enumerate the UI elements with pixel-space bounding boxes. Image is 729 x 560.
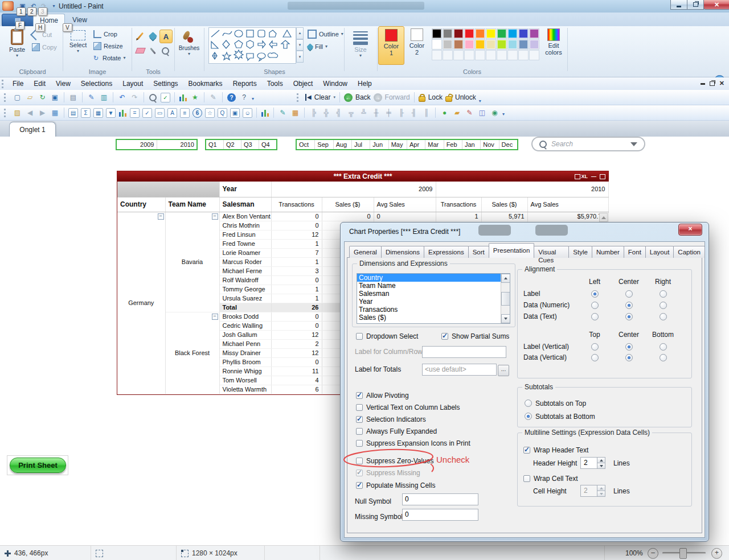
salesman-cell[interactable]: Violetta Warmth <box>219 385 271 394</box>
palette-swatch[interactable] <box>432 28 442 39</box>
value-cell[interactable]: 6 <box>271 385 322 394</box>
salesman-cell[interactable]: Phyllis Broom <box>219 358 271 367</box>
zoom-slider-thumb[interactable] <box>679 548 687 559</box>
palette-swatch[interactable] <box>464 28 474 39</box>
menu-file[interactable]: File <box>7 80 28 88</box>
export-icon[interactable]: ▥ <box>99 93 109 102</box>
palette-swatch-empty[interactable] <box>464 50 474 60</box>
year-dimension-header[interactable]: Year <box>219 182 271 197</box>
search-icon[interactable] <box>148 93 158 102</box>
palette-swatch-empty[interactable] <box>518 50 529 60</box>
zoom-out-button[interactable]: – <box>648 548 658 559</box>
dimensions-listbox[interactable]: CountryTeam NameSalesmanYearTransactions… <box>357 273 510 324</box>
back-button[interactable]: Back <box>355 93 371 101</box>
suppress-expansion-icons-in-print-checkbox[interactable]: Suppress Expansion Icons in Print <box>356 439 470 447</box>
create-current-selections-box-icon[interactable]: ✓ <box>142 108 152 118</box>
month-item-mar[interactable]: Mar <box>425 140 444 149</box>
close-button[interactable]: ✕ <box>703 0 729 10</box>
allow-pivoting-checkbox[interactable]: Allow Pivoting <box>356 391 409 400</box>
value-cell[interactable]: 1 <box>271 240 322 249</box>
qat-dropdown-icon[interactable]: ▾ <box>50 2 58 10</box>
create-button-icon[interactable]: ▭ <box>155 108 165 118</box>
palette-swatch[interactable] <box>453 28 464 39</box>
insert-image-icon[interactable]: ▦ <box>50 108 60 118</box>
dialog-tab-font[interactable]: Font <box>624 246 646 258</box>
palette-swatch[interactable] <box>475 28 485 39</box>
radio-center[interactable] <box>625 290 633 298</box>
add-sheet-icon[interactable]: ▨ <box>13 108 22 118</box>
fill-tool[interactable] <box>147 30 159 42</box>
activate-document-icon[interactable]: ● <box>440 108 449 118</box>
salesman-cell[interactable]: Missy Drainer <box>219 349 271 358</box>
palette-swatch[interactable] <box>486 28 496 39</box>
value-cell[interactable]: 0 <box>322 212 374 221</box>
space-horizontal-icon[interactable]: ╫ <box>371 108 381 118</box>
palette-swatch[interactable] <box>507 39 518 50</box>
value-cell[interactable]: 11 <box>271 367 322 376</box>
palette-swatch-empty[interactable] <box>486 50 496 60</box>
radio-top[interactable] <box>591 343 599 351</box>
menu-layout[interactable]: Layout <box>117 80 148 88</box>
dialog-tab-style[interactable]: Style <box>568 246 592 258</box>
value-cell[interactable]: 4 <box>271 376 322 385</box>
total-label-cell[interactable]: Total <box>219 303 271 312</box>
menu-selections[interactable]: Selections <box>76 80 117 88</box>
month-item-feb[interactable]: Feb <box>444 140 462 149</box>
paint-logo-icon[interactable] <box>2 1 14 11</box>
value-cell[interactable]: 1 <box>271 294 322 303</box>
salesman-cell[interactable]: Alex Bon Ventant <box>219 212 271 221</box>
new-document-icon[interactable]: ▢ <box>13 93 22 102</box>
create-text-object-icon[interactable]: A <box>167 108 177 118</box>
resize-button[interactable]: Resize <box>93 41 123 51</box>
forward-icon[interactable]: → <box>374 93 382 102</box>
palette-swatch[interactable] <box>529 28 539 39</box>
format-painter-icon[interactable]: ✎ <box>278 108 288 118</box>
radio-center[interactable] <box>625 343 633 351</box>
menu-reports[interactable]: Reports <box>228 80 262 88</box>
vertical-text-on-column-labels-checkbox[interactable]: Vertical Text on Column Labels <box>356 403 460 411</box>
search-box[interactable]: Search <box>531 137 645 151</box>
create-search-object-icon[interactable]: Q <box>218 108 227 118</box>
dim-item-team-name[interactable]: Team Name <box>357 282 510 290</box>
salesman-cell[interactable]: Fred Linsun <box>219 230 271 240</box>
value-cell[interactable]: 0 <box>271 312 322 322</box>
paste-button[interactable]: Paste▾ <box>5 27 30 57</box>
salesman-cell[interactable]: Tommy George <box>219 285 271 294</box>
menu-tools[interactable]: Tools <box>262 80 288 88</box>
pencil-tool[interactable] <box>134 30 146 42</box>
eraser-tool[interactable] <box>134 44 146 57</box>
month-item-nov[interactable]: Nov <box>481 140 499 149</box>
palette-swatch[interactable] <box>486 39 496 50</box>
adjust-left-icon[interactable]: ╟ <box>396 108 406 118</box>
salesman-cell[interactable]: Lorie Roamer <box>219 249 271 258</box>
fill-button[interactable]: Fill▾ <box>308 42 327 52</box>
promote-sheet-icon[interactable]: ◀ <box>25 108 35 118</box>
edit-layout-icon[interactable]: ✎ <box>87 93 96 102</box>
totals-ellipsis-button[interactable]: ... <box>498 365 509 376</box>
radio-top[interactable] <box>591 354 599 361</box>
dialog-close-button[interactable]: × <box>678 224 702 236</box>
align-right-icon[interactable]: ╣ <box>334 108 343 118</box>
salesman-cell[interactable]: Brooks Dodd <box>219 312 271 322</box>
palette-swatch[interactable] <box>443 28 453 39</box>
radio-left[interactable] <box>591 313 599 320</box>
print-sheet-button[interactable]: Print Sheet <box>10 458 66 473</box>
unlock-icon[interactable] <box>445 96 452 102</box>
radio-center[interactable] <box>625 354 633 361</box>
toolbar-handle[interactable] <box>4 93 7 102</box>
radio-center[interactable] <box>625 302 633 309</box>
qv-minimize-icon[interactable] <box>701 83 705 85</box>
zoom-in-button[interactable]: + <box>711 548 722 559</box>
create-statistics-box-icon[interactable]: Σ <box>81 108 91 118</box>
text-tool[interactable]: A <box>159 30 173 43</box>
missing-symbol-input[interactable]: 0 <box>402 509 478 521</box>
menu-bookmarks[interactable]: Bookmarks <box>183 80 228 88</box>
palette-swatch-empty[interactable] <box>475 50 485 60</box>
quarter-item-q4[interactable]: Q4 <box>259 140 276 149</box>
palette-swatch-empty[interactable] <box>497 50 507 60</box>
month-item-dec[interactable]: Dec <box>499 140 517 149</box>
design-grid-icon[interactable]: ▦ <box>290 108 300 118</box>
copy-button[interactable]: Copy <box>32 42 57 52</box>
space-vertical-icon[interactable]: ╪ <box>384 108 394 118</box>
palette-swatch[interactable] <box>497 39 507 50</box>
